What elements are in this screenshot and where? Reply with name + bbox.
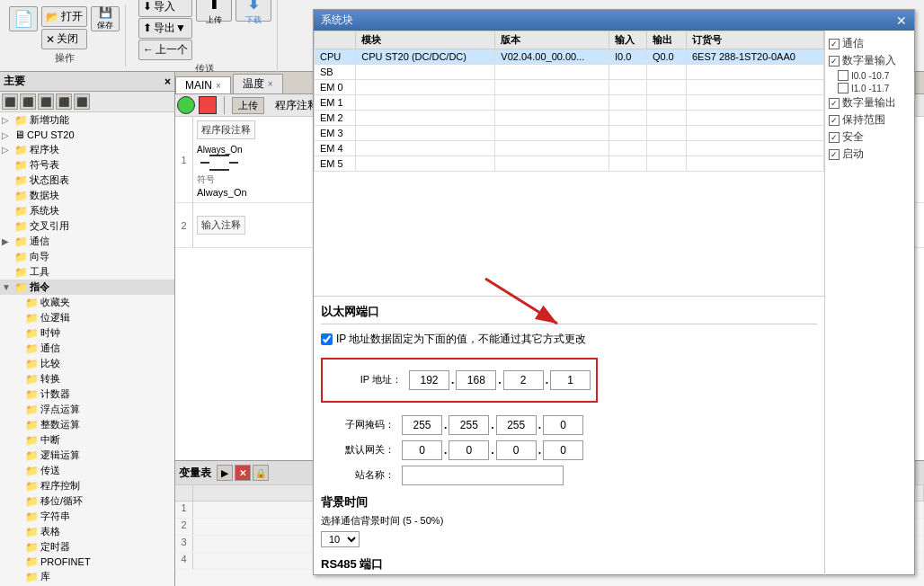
table-row-em4[interactable]: EM 4 [315, 141, 824, 156]
ethernet-panel: 以太网端口 IP 地址数据固定为下面的值，不能通过其它方式更改 IP 地址： . [314, 296, 824, 576]
sidebar-item-clock[interactable]: 📁 时钟 [0, 325, 174, 341]
tab-main[interactable]: MAIN × [175, 76, 231, 93]
sidebar-item-transfer[interactable]: 📁 传送 [0, 463, 174, 478]
row-type-em3: EM 3 [315, 126, 356, 141]
new-button[interactable]: 📄 [9, 6, 38, 31]
sidebar-item-logic-ops[interactable]: 📁 逻辑运算 [0, 448, 174, 463]
col-header-output: 输出 [646, 31, 686, 49]
folder-icon: 📁 [14, 174, 28, 187]
col-header-empty [315, 31, 356, 49]
sidebar-item-new-function[interactable]: ▷ 📁 新增功能 [0, 112, 174, 128]
var-num-2: 2 [175, 519, 193, 535]
export-button[interactable]: ⬆导出▼ [138, 18, 192, 39]
program-segment-comment[interactable]: 程序段注释 [197, 120, 255, 139]
gateway-octet-2[interactable] [449, 440, 489, 460]
import-button[interactable]: ⬇导入 [138, 0, 192, 17]
sidebar-item-symbol-table[interactable]: 📁 符号表 [0, 157, 174, 173]
sidebar-item-cross-ref[interactable]: 📁 交叉引用 [0, 218, 174, 234]
sidebar-item-data-block[interactable]: 📁 数据块 [0, 188, 174, 203]
close-button[interactable]: ✕关闭 [41, 29, 87, 49]
subnet-octet-4[interactable] [543, 415, 583, 435]
program-comment-toggle[interactable]: 程序注释 [275, 98, 318, 113]
sidebar-item-compare[interactable]: 📁 比较 [0, 356, 174, 371]
sidebar-item-shift[interactable]: 📁 移位/循环 [0, 493, 174, 509]
check-io-1[interactable]: I1.0 -11.7 [829, 83, 911, 93]
sidebar-icon-4[interactable]: ⬛ [56, 93, 72, 110]
check-digital-out[interactable]: 数字量输出 [829, 95, 911, 111]
sidebar-item-system-block[interactable]: 📁 系统块 [0, 203, 174, 218]
gateway-octet-1[interactable] [402, 440, 442, 460]
check-security[interactable]: 安全 [829, 129, 911, 145]
table-row-cpu[interactable]: CPU CPU ST20 (DC/DC/DC) V02.04.00_00.00.… [315, 49, 824, 65]
row-module-sb [356, 65, 495, 80]
table-row-sb[interactable]: SB [315, 65, 824, 80]
sidebar-item-string[interactable]: 📁 字符串 [0, 509, 174, 524]
gateway-octet-3[interactable] [496, 440, 537, 460]
sidebar-item-counters[interactable]: 📁 计数器 [0, 386, 174, 402]
subnet-octet-1[interactable] [402, 415, 442, 435]
table-row-em3[interactable]: EM 3 [315, 126, 824, 141]
sidebar-icon-2[interactable]: ⬛ [20, 93, 36, 110]
input-comment[interactable]: 输入注释 [197, 216, 245, 235]
upload-editor-button[interactable]: 上传 [232, 97, 264, 114]
sidebar-item-cpu[interactable]: ▷ 🖥 CPU ST20 [0, 128, 174, 142]
download-button[interactable]: ⬇ 下载 [235, 0, 271, 22]
ip-checkbox[interactable] [321, 333, 333, 345]
sidebar-item-bit-logic[interactable]: 📁 位逻辑 [0, 310, 174, 325]
ip-octet-4[interactable] [550, 370, 591, 390]
sidebar-icon-3[interactable]: ⬛ [38, 93, 54, 110]
upload-button[interactable]: ⬆ 上传 [196, 0, 232, 22]
var-table-icon-1[interactable]: ▶ [217, 465, 233, 481]
sidebar-item-comms2[interactable]: 📁 通信 [0, 341, 174, 356]
sidebar-item-convert[interactable]: 📁 转换 [0, 371, 174, 386]
ip-octet-1[interactable] [409, 370, 449, 390]
table-row-em1[interactable]: EM 1 [315, 95, 824, 111]
sidebar-item-favorites[interactable]: 📁 收藏夹 [0, 295, 174, 310]
row-type-em1: EM 1 [315, 95, 356, 111]
sidebar-item-wizard[interactable]: 📁 向导 [0, 249, 174, 264]
check-startup[interactable]: 启动 [829, 146, 911, 162]
subnet-octet-2[interactable] [449, 415, 489, 435]
sidebar-item-int-math[interactable]: 📁 整数运算 [0, 417, 174, 432]
check-retain[interactable]: 保持范围 [829, 112, 911, 128]
sidebar-item-float-math[interactable]: 📁 浮点运算 [0, 402, 174, 417]
sidebar-item-comms[interactable]: ▶ 📁 通信 [0, 234, 174, 249]
tab-close-main[interactable]: × [216, 81, 221, 91]
sidebar-item-table[interactable]: 📁 表格 [0, 524, 174, 539]
table-row-em5[interactable]: EM 5 [315, 156, 824, 172]
sidebar-item-tools[interactable]: 📁 工具 [0, 264, 174, 280]
prev-button[interactable]: ←上一个 [138, 40, 192, 60]
open-button[interactable]: 📂打开 [41, 6, 87, 27]
sidebar-item-interrupt[interactable]: 📁 中断 [0, 432, 174, 448]
ip-octet-2[interactable] [456, 370, 496, 390]
sidebar-item-profinet[interactable]: 📁 PROFINET [0, 555, 174, 569]
sidebar-item-program-block[interactable]: ▷ 📁 程序块 [0, 142, 174, 157]
save-button[interactable]: 💾 保存 [91, 6, 120, 31]
sidebar-item-library[interactable]: 📁 库 [0, 569, 174, 584]
folder-icon: 📁 [25, 555, 39, 568]
sidebar-item-status-chart[interactable]: 📁 状态图表 [0, 173, 174, 188]
subnet-octet-3[interactable] [496, 415, 537, 435]
tab-temperature[interactable]: 温度 × [233, 74, 283, 93]
tab-close-temp[interactable]: × [268, 79, 273, 89]
var-table-icon-3[interactable]: 🔒 [253, 465, 269, 481]
var-table-icon-2[interactable]: ✕ [235, 465, 251, 481]
table-row-em0[interactable]: EM 0 [315, 80, 824, 95]
station-input[interactable] [402, 466, 564, 485]
check-digital-in[interactable]: 数字量输入 [829, 53, 911, 68]
ip-octet-3[interactable] [503, 370, 544, 390]
folder-icon: 📁 [25, 480, 39, 493]
bg-select[interactable]: 10 5 20 50 [321, 531, 360, 547]
sidebar-item-timer[interactable]: 📁 定时器 [0, 539, 174, 555]
sidebar-item-instructions[interactable]: ▼ 📁 指令 [0, 280, 174, 295]
rs485-title: RS485 端口 [321, 556, 817, 573]
table-row-em2[interactable]: EM 2 [315, 111, 824, 126]
sidebar-icon-1[interactable]: ⬛ [2, 93, 18, 110]
sidebar-item-prog-control[interactable]: 📁 程序控制 [0, 478, 174, 493]
dialog-close-button[interactable]: ✕ [896, 13, 907, 28]
folder-icon: 📁 [25, 465, 39, 477]
sidebar-icon-5[interactable]: ⬛ [74, 93, 90, 110]
gateway-octet-4[interactable] [543, 440, 583, 460]
check-io-0[interactable]: I0.0 -10.7 [829, 70, 911, 81]
check-comms[interactable]: 通信 [829, 36, 911, 51]
